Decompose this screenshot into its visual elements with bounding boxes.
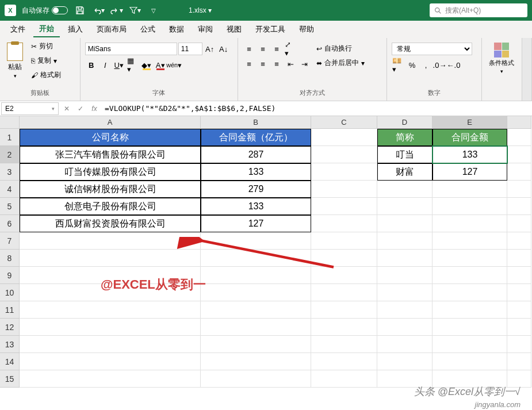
phonetic-button[interactable]: wén ▾ <box>168 59 181 71</box>
cell-F3[interactable] <box>507 163 531 181</box>
number-format-select[interactable]: 常规 <box>392 43 472 55</box>
cell-D2[interactable]: 叮当 <box>377 146 433 163</box>
row-header-2[interactable]: 2 <box>0 146 20 163</box>
currency-icon[interactable]: 💴 ▾ <box>392 59 404 71</box>
cell-A2[interactable]: 张三汽车销售股份有限公司 <box>20 146 201 163</box>
fill-color-button[interactable]: ◆ ▾ <box>140 59 153 71</box>
paste-button[interactable]: 粘贴 ▾ <box>5 40 25 81</box>
filter-icon[interactable]: ▾ <box>129 4 141 17</box>
cell-F2[interactable] <box>507 146 531 163</box>
cell-E6[interactable] <box>433 215 507 232</box>
row-header-11[interactable]: 11 <box>0 301 20 319</box>
cell-E5[interactable] <box>433 198 507 215</box>
row-header-5[interactable]: 5 <box>0 198 20 215</box>
menu-review[interactable]: 审阅 <box>192 22 219 37</box>
align-center-icon[interactable]: ≡ <box>257 58 269 70</box>
row-header-12[interactable]: 12 <box>0 319 20 336</box>
cell-B3[interactable]: 133 <box>201 163 311 181</box>
row-header-10[interactable]: 10 <box>0 284 20 301</box>
cell-C3[interactable] <box>311 163 377 181</box>
fx-icon[interactable]: fx <box>87 102 101 115</box>
decrease-font-icon[interactable]: A↓ <box>217 43 230 55</box>
col-header-E[interactable]: E <box>433 116 507 129</box>
cut-button[interactable]: ✂ 剪切 <box>29 40 63 52</box>
cell-D4[interactable] <box>377 181 433 198</box>
increase-font-icon[interactable]: A↑ <box>204 43 216 55</box>
cell-C6[interactable] <box>311 215 377 232</box>
align-top-icon[interactable]: ≡ <box>243 43 255 55</box>
qat-overflow[interactable]: ▽ <box>147 4 160 17</box>
menu-view[interactable]: 视图 <box>221 22 247 37</box>
percent-icon[interactable]: % <box>405 59 418 71</box>
menu-file[interactable]: 文件 <box>5 22 31 37</box>
bold-button[interactable]: B <box>85 59 98 71</box>
cell-A1[interactable]: 公司名称 <box>20 129 201 146</box>
menu-dev[interactable]: 开发工具 <box>250 22 291 37</box>
col-header-A[interactable]: A <box>20 116 201 129</box>
row-header-7[interactable]: 7 <box>0 232 20 250</box>
row-header-4[interactable]: 4 <box>0 181 20 198</box>
indent-decrease-icon[interactable]: ⇤ <box>284 58 297 70</box>
confirm-formula-icon[interactable]: ✓ <box>74 102 87 115</box>
menu-insert[interactable]: 插入 <box>62 22 89 37</box>
row-header-3[interactable]: 3 <box>0 163 20 181</box>
italic-button[interactable]: I <box>99 59 112 71</box>
border-button[interactable]: ▦ ▾ <box>127 59 139 71</box>
cell-E3[interactable]: 127 <box>433 163 507 181</box>
underline-button[interactable]: U ▾ <box>113 59 125 71</box>
align-bottom-icon[interactable]: ≡ <box>270 43 283 55</box>
cell-A4[interactable]: 诚信钢材股份有限公司 <box>20 181 201 198</box>
row-header-6[interactable]: 6 <box>0 215 20 232</box>
row-header-8[interactable]: 8 <box>0 250 20 267</box>
align-left-icon[interactable]: ≡ <box>243 58 255 70</box>
search-box[interactable]: 搜索(Alt+Q) <box>430 3 527 17</box>
save-icon[interactable] <box>74 4 86 17</box>
cell-D1[interactable]: 简称 <box>377 129 433 146</box>
cell-A5[interactable]: 创意电子股份有限公司 <box>20 198 201 215</box>
col-header-C[interactable]: C <box>311 116 377 129</box>
menu-formula[interactable]: 公式 <box>135 22 161 37</box>
col-header-F[interactable] <box>507 116 531 129</box>
select-all-corner[interactable] <box>0 116 20 129</box>
cell-C2[interactable] <box>311 146 377 163</box>
formula-input[interactable]: =VLOOKUP("*"&D2&"*",$A$1:$B$6,2,FALSE) <box>101 104 532 113</box>
name-box[interactable]: E2 ▾ <box>1 102 59 115</box>
menu-home[interactable]: 开始 <box>33 21 60 37</box>
cell-B4[interactable]: 279 <box>201 181 311 198</box>
row-header-14[interactable]: 14 <box>0 353 20 370</box>
toggle-icon[interactable] <box>52 6 68 14</box>
row-header-1[interactable]: 1 <box>0 129 20 146</box>
comma-icon[interactable]: , <box>419 59 432 71</box>
cell-B5[interactable]: 133 <box>201 198 311 215</box>
row-header-15[interactable]: 15 <box>0 370 20 388</box>
redo-icon[interactable]: ▾ <box>110 4 123 17</box>
cell-F1[interactable] <box>507 129 531 146</box>
ribbon-overflow[interactable] <box>522 38 532 101</box>
cell-F5[interactable] <box>507 198 531 215</box>
filename[interactable]: 1.xlsx ▾ <box>189 6 212 14</box>
col-header-D[interactable]: D <box>377 116 433 129</box>
orientation-icon[interactable]: ⤢ ▾ <box>284 43 297 55</box>
conditional-format-button[interactable]: 条件格式 ▾ <box>487 40 516 76</box>
row-header-9[interactable]: 9 <box>0 267 20 284</box>
font-color-button[interactable]: A ▾ <box>154 59 167 71</box>
col-header-B[interactable]: B <box>201 116 311 129</box>
align-middle-icon[interactable]: ≡ <box>257 43 269 55</box>
align-right-icon[interactable]: ≡ <box>270 58 283 70</box>
indent-increase-icon[interactable]: ⇥ <box>298 58 311 70</box>
menu-help[interactable]: 帮助 <box>293 22 320 37</box>
cell-D3[interactable]: 财富 <box>377 163 433 181</box>
row-header-13[interactable]: 13 <box>0 336 20 353</box>
cancel-formula-icon[interactable]: ✕ <box>60 102 74 115</box>
increase-decimal-icon[interactable]: .0→ <box>433 59 446 71</box>
cell-E2[interactable]: 133 <box>433 146 507 163</box>
copy-button[interactable]: ⎘ 复制 ▾ <box>29 55 63 67</box>
wrap-text-button[interactable]: ↩ 自动换行 <box>314 43 367 55</box>
cell-E1[interactable]: 合同金额 <box>433 129 507 146</box>
cell-D6[interactable] <box>377 215 433 232</box>
spreadsheet-grid[interactable]: A B C D E 1 公司名称 合同金额（亿元） 简称 合同金额 2 张三汽车… <box>0 116 532 388</box>
cell-D5[interactable] <box>377 198 433 215</box>
cell-A6[interactable]: 西瓜财富投资股份有限公司 <box>20 215 201 232</box>
cell-F6[interactable] <box>507 215 531 232</box>
menu-data[interactable]: 数据 <box>163 22 190 37</box>
